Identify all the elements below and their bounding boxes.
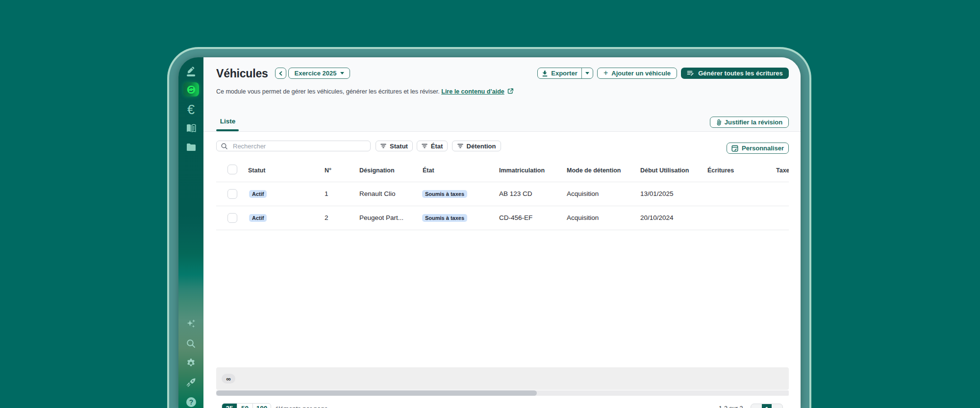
- svg-text:?: ?: [189, 398, 193, 406]
